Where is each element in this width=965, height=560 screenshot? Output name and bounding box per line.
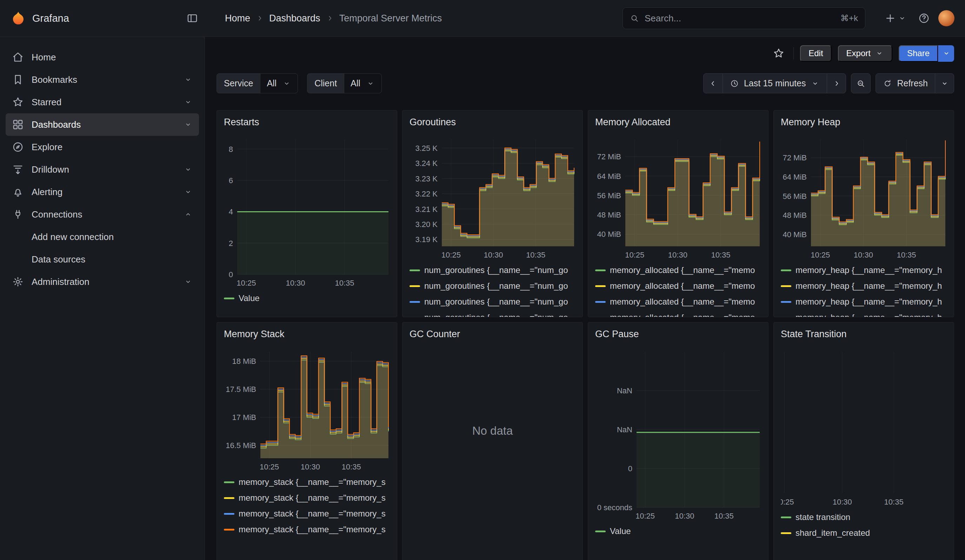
export-button[interactable]: Export	[838, 45, 892, 62]
restarts-chart[interactable]: 0246810:2510:3010:35	[224, 136, 391, 290]
sidebar-item-drilldown[interactable]: Drilldown	[6, 158, 199, 181]
svg-text:10:25: 10:25	[625, 250, 644, 259]
legend-item[interactable]: memory_heap {__name__="memory_h	[781, 265, 947, 275]
panel-title[interactable]: GC Counter	[409, 329, 576, 340]
add-menu-button[interactable]	[882, 10, 909, 27]
variable-label: Client	[307, 73, 344, 93]
gc-pause-chart[interactable]: 0 seconds0NaNNaN10:2510:3010:35	[595, 348, 762, 523]
legend-item[interactable]: num_goroutines {__name__="num_go	[409, 265, 576, 275]
panel-title[interactable]: State Transition	[781, 329, 947, 340]
legend-item[interactable]: num_goroutines {__name__="num_go	[409, 313, 576, 317]
chevron-down-icon[interactable]	[183, 277, 193, 286]
sidebar-item-label: Data sources	[31, 254, 85, 265]
share-menu-button[interactable]	[938, 45, 954, 62]
legend-item[interactable]: memory_allocated {__name__="memo	[595, 281, 761, 291]
svg-text:64 MiB: 64 MiB	[597, 172, 621, 181]
sidebar-item-label: Bookmarks	[31, 74, 77, 85]
svg-text:8: 8	[229, 145, 233, 154]
chevron-up-icon[interactable]	[183, 210, 193, 219]
refresh-interval-button[interactable]	[935, 73, 954, 93]
legend-color-dash	[595, 269, 606, 271]
sidebar-item-label: Alerting	[31, 187, 62, 198]
sidebar-toggle-button[interactable]	[183, 9, 202, 28]
legend-item[interactable]: memory_heap {__name__="memory_h	[781, 281, 947, 291]
sidebar-item-explore[interactable]: Explore	[6, 136, 199, 158]
legend-label: memory_stack {__name__="memory_s	[239, 493, 386, 503]
brand[interactable]: Grafana	[10, 11, 69, 26]
svg-text:72 MiB: 72 MiB	[783, 153, 807, 162]
refresh-button-label: Refresh	[897, 78, 928, 88]
legend-item[interactable]: memory_stack {__name__="memory_s	[224, 509, 390, 519]
help-icon	[918, 12, 930, 24]
share-button[interactable]: Share	[899, 45, 938, 62]
chevron-down-icon[interactable]	[183, 98, 193, 107]
svg-text:56 MiB: 56 MiB	[783, 192, 807, 201]
panel-title[interactable]: Memory Stack	[224, 329, 390, 340]
time-range-picker[interactable]: Last 15 minutes	[723, 73, 827, 93]
chevron-down-icon[interactable]	[183, 120, 193, 129]
panel-memory-heap: Memory Heap 40 MiB48 MiB56 MiB64 MiB72 M…	[774, 110, 954, 317]
search-icon	[630, 14, 639, 23]
legend-item[interactable]: Value	[224, 293, 390, 303]
refresh-button[interactable]: Refresh	[876, 73, 935, 93]
search-input[interactable]	[644, 13, 835, 24]
variable-service: Service All	[216, 73, 298, 93]
breadcrumb-dashboards[interactable]: Dashboards	[269, 13, 321, 24]
legend-item[interactable]: memory_heap {__name__="memory_h	[781, 313, 947, 317]
chevron-down-icon	[875, 49, 884, 58]
sidebar-item-bookmarks[interactable]: Bookmarks	[6, 69, 199, 91]
state-transition-chart[interactable]: 10:2510:3010:35	[781, 348, 947, 509]
legend-item[interactable]: memory_allocated {__name__="memo	[595, 265, 761, 275]
legend-item[interactable]: Value	[595, 526, 761, 536]
sidebar-item-starred[interactable]: Starred	[6, 91, 199, 113]
panel-title[interactable]: Memory Allocated	[595, 117, 761, 128]
user-avatar[interactable]	[938, 10, 955, 26]
chevron-down-icon[interactable]	[183, 188, 193, 196]
grafana-logo-icon	[10, 11, 26, 26]
panel-memory-stack: Memory Stack 16.5 MiB17 MiB17.5 MiB18 Mi…	[216, 322, 397, 560]
memory-heap-chart[interactable]: 40 MiB48 MiB56 MiB64 MiB72 MiB10:2510:30…	[781, 136, 947, 262]
legend-item[interactable]: memory_heap {__name__="memory_h	[781, 297, 947, 307]
legend-item[interactable]: num_goroutines {__name__="num_go	[409, 297, 576, 307]
svg-text:17.5 MiB: 17.5 MiB	[226, 385, 256, 393]
sidebar-item-dashboards[interactable]: Dashboards	[6, 113, 199, 136]
time-shift-forward-button[interactable]	[827, 73, 846, 93]
sidebar-item-administration[interactable]: Administration	[6, 271, 199, 293]
sidebar-item-connections[interactable]: Connections	[6, 203, 199, 225]
sidebar-item-home[interactable]: Home	[6, 46, 199, 69]
help-button[interactable]	[914, 9, 934, 28]
zoom-out-button[interactable]	[851, 73, 870, 93]
svg-text:10:25: 10:25	[237, 279, 256, 287]
variable-client-select[interactable]: All	[344, 73, 382, 93]
legend-item[interactable]: memory_stack {__name__="memory_s	[224, 477, 390, 487]
chevron-down-icon	[811, 79, 820, 88]
sidebar-item-data-sources[interactable]: Data sources	[6, 248, 199, 271]
legend-item[interactable]: memory_stack {__name__="memory_s	[224, 524, 390, 534]
legend-color-dash	[409, 285, 420, 287]
chevron-down-icon[interactable]	[183, 165, 193, 174]
panel-title[interactable]: Memory Heap	[781, 117, 947, 128]
legend-item[interactable]: num_goroutines {__name__="num_go	[409, 281, 576, 291]
goroutines-chart[interactable]: 3.19 K3.20 K3.21 K3.22 K3.23 K3.24 K3.25…	[409, 136, 576, 262]
panel-title[interactable]: Goroutines	[409, 117, 576, 128]
panel-title[interactable]: Restarts	[224, 117, 390, 128]
variable-service-select[interactable]: All	[260, 73, 298, 93]
legend-item[interactable]: shard_item_created	[781, 528, 947, 538]
legend-item[interactable]: state transition	[781, 512, 947, 522]
legend-item[interactable]: memory_allocated {__name__="memo	[595, 297, 761, 307]
breadcrumb-home[interactable]: Home	[225, 13, 250, 24]
chevron-down-icon[interactable]	[183, 75, 193, 84]
svg-text:0 seconds: 0 seconds	[597, 503, 632, 512]
memory-allocated-chart[interactable]: 40 MiB48 MiB56 MiB64 MiB72 MiB10:2510:30…	[595, 136, 762, 262]
edit-button[interactable]: Edit	[800, 45, 831, 62]
panel-title[interactable]: GC Pause	[595, 329, 761, 340]
favorite-button[interactable]	[770, 45, 787, 62]
time-shift-back-button[interactable]	[703, 73, 723, 93]
sidebar-item-add-new-connection[interactable]: Add new connection	[6, 225, 199, 248]
search-bar[interactable]: ⌘+k	[623, 7, 865, 29]
legend-item[interactable]: memory_stack {__name__="memory_s	[224, 493, 390, 503]
memory-stack-chart[interactable]: 16.5 MiB17 MiB17.5 MiB18 MiB10:2510:3010…	[224, 348, 391, 474]
sidebar-item-alerting[interactable]: Alerting	[6, 181, 199, 203]
legend-item[interactable]: memory_allocated {__name__="memo	[595, 313, 761, 317]
legend: num_goroutines {__name__="num_gonum_goro…	[409, 265, 576, 317]
